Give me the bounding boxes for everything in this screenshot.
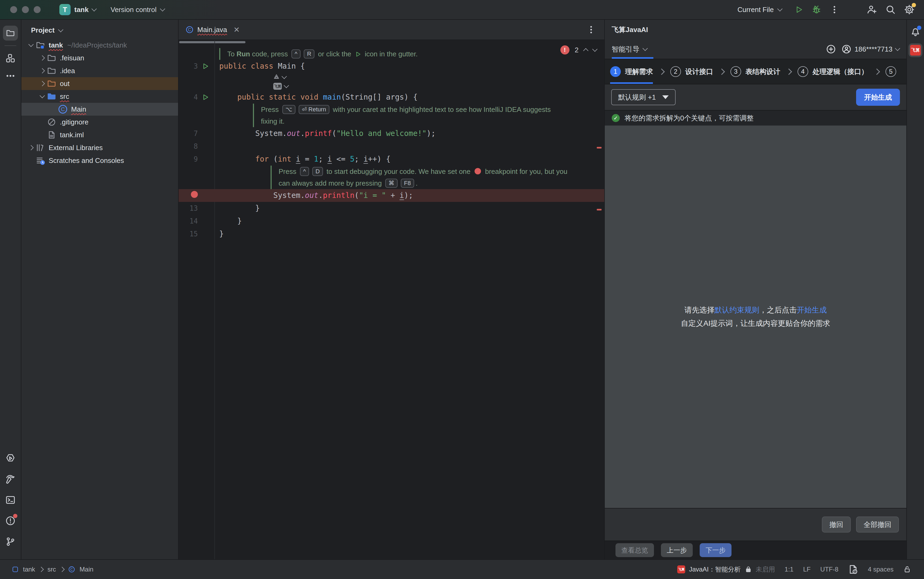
window-zoom-button[interactable] [34,6,41,13]
breakpoint-icon[interactable] [191,191,198,198]
more-actions-button[interactable] [830,5,839,14]
step-2[interactable]: 2设计接口 [670,59,713,84]
services-tool-icon[interactable] [3,451,18,466]
chevron-down-icon[interactable] [27,44,35,46]
inline-hint[interactable]: Press ^D to start debugging your code. W… [179,165,604,177]
structure-tool-icon[interactable] [3,51,18,66]
run-gutter-icon[interactable] [198,62,213,70]
editor-body[interactable]: To Run code, press ^R or click the icon … [179,40,604,559]
run-gutter-icon[interactable] [198,93,213,101]
code-line-4[interactable]: 4 public static void main(String[] args)… [179,91,604,104]
code-line[interactable]: System.out.println("i = " + i); [179,189,604,202]
previous-problem-icon[interactable] [583,48,588,53]
code-line-13[interactable]: 13 } [179,202,604,215]
feisuan-tool-window-button[interactable]: 飞算 [909,43,922,57]
folder-tool-icon[interactable] [3,26,18,41]
more-tool-icon[interactable] [3,69,18,83]
gutter[interactable]: 14 [179,215,214,227]
feisuan-inline-action[interactable]: 飞算 [179,82,604,91]
git-tool-icon[interactable] [3,534,18,549]
code-line-9[interactable]: 9 for (int i = 1; i <= 5; i++) { [179,153,604,165]
tab-smart-guide[interactable]: 智能引导 [612,39,647,59]
code-line-15[interactable]: 15} [179,227,604,240]
tab-options-kebab-icon[interactable] [587,25,604,34]
chevron-right-icon[interactable] [38,56,46,60]
step-3[interactable]: 3表结构设计 [730,59,780,84]
close-icon[interactable]: ✕ [233,25,240,34]
ai-assistant-icon[interactable] [273,74,280,80]
search-everywhere-button[interactable] [886,5,896,15]
debug-button[interactable] [812,5,821,15]
tree-item--idea[interactable]: .idea [21,64,178,77]
javaai-status-widget[interactable]: 飞算 JavaAI：智能分析 未启用 [677,565,775,574]
tree-item-tank-iml[interactable]: tank.iml [21,128,178,141]
account-widget[interactable]: 186****7713 [842,44,899,54]
project-panel-header[interactable]: Project [21,20,178,39]
project-widget[interactable]: T tank [59,4,96,15]
ai-file-status-icon[interactable] [848,564,858,574]
tree-item-main[interactable]: CMain [21,103,178,116]
inspections-widget[interactable]: ! 2 [560,46,597,54]
code-with-me-button[interactable] [867,5,877,15]
default-rules-dropdown[interactable]: 默认规则 +1 [611,89,676,105]
undo-all-button[interactable]: 全部撤回 [856,517,899,533]
settings-button[interactable] [904,5,914,15]
step-4[interactable]: 4处理逻辑（接口） [798,59,868,84]
error-stripe-mark[interactable] [597,209,602,211]
unlock-icon[interactable] [903,565,911,573]
gutter[interactable]: 3 [179,60,214,73]
gutter[interactable]: 9 [179,153,214,165]
inline-hint[interactable]: To Run code, press ^R or click the icon … [179,48,604,60]
feisuan-icon[interactable]: 飞算 [273,83,282,90]
next-step-button[interactable]: 下一步 [700,543,732,557]
inline-hint[interactable]: fixing it. [179,115,604,127]
tree-item-external-libraries[interactable]: External Libraries [21,141,178,154]
tree-item--gitignore[interactable]: .gitignore [21,116,178,128]
chevron-down-icon[interactable] [38,95,46,98]
chevron-right-icon[interactable] [27,146,35,150]
caret-position-widget[interactable]: 1:1 [785,566,794,573]
problems-tool-icon[interactable] [3,513,18,528]
breadcrumb-src[interactable]: src [47,566,56,573]
gutter[interactable]: 7 [179,127,214,140]
ai-inline-action[interactable] [179,73,604,82]
tree-item-tank[interactable]: tank~/IdeaProjects/tank [21,39,178,52]
link-开始生成[interactable]: 开始生成 [797,306,827,314]
code-line-7[interactable]: 7 System.out.printf("Hello and welcome!"… [179,127,604,140]
indent-widget[interactable]: 4 spaces [868,566,893,573]
terminal-tool-icon[interactable] [3,492,18,507]
step-1[interactable]: 1理解需求 [610,59,653,84]
tree-item-scratches-and-consoles[interactable]: Scratches and Consoles [21,154,178,167]
code-line-14[interactable]: 14 } [179,215,604,227]
undo-button[interactable]: 撤回 [822,517,851,533]
tab-main-java[interactable]: C Main.java ✕ [185,20,240,39]
tree-item-src[interactable]: src [21,90,178,103]
tree-item--feisuan[interactable]: .feisuan [21,52,178,64]
build-tool-icon[interactable] [3,472,18,487]
window-close-button[interactable] [10,6,17,13]
link-默认约束规则[interactable]: 默认约束规则 [714,306,759,314]
encoding-widget[interactable]: UTF-8 [820,566,839,573]
start-generate-button[interactable]: 开始生成 [856,89,900,106]
run-button[interactable] [794,5,803,14]
gutter[interactable]: 4 [179,91,214,104]
tree-item-out[interactable]: out [21,77,178,90]
chevron-right-icon[interactable] [38,69,46,73]
inline-hint[interactable]: Press ⌥⏎ Return with your caret at the h… [179,104,604,115]
run-configuration-selector[interactable]: Current File [737,6,782,14]
view-overview-button[interactable]: 查看总览 [615,543,654,557]
code-line-8[interactable]: 8 [179,140,604,153]
vcs-widget[interactable]: Version control [110,6,164,14]
notifications-bell-icon[interactable] [909,25,922,38]
error-stripe-mark[interactable] [597,147,602,149]
add-session-button[interactable] [826,44,836,54]
inline-hint[interactable]: can always add more by pressing ⌘F8. [179,177,604,189]
breadcrumb-main[interactable]: Main [79,566,93,573]
gutter[interactable]: 8 [179,140,214,153]
step-5[interactable]: 5 [886,59,896,84]
window-minimize-button[interactable] [22,6,29,13]
breadcrumb-tank[interactable]: tank [23,566,35,573]
gutter[interactable] [179,189,214,202]
gutter[interactable]: 15 [179,227,214,240]
line-ending-widget[interactable]: LF [803,566,811,573]
